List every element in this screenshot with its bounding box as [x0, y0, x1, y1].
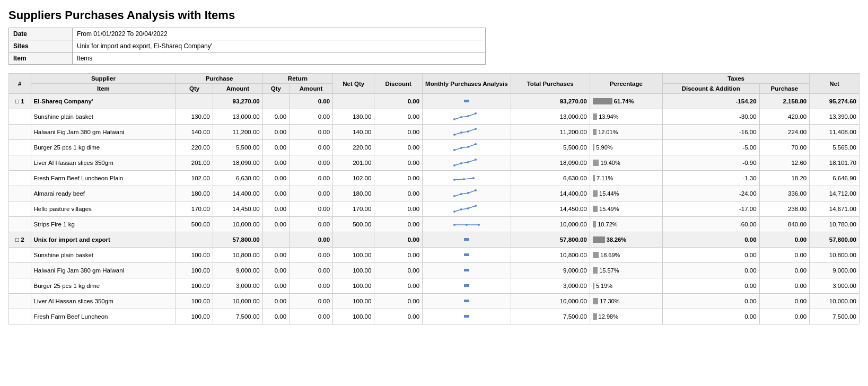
item-taxes-purchase: 0.00	[759, 294, 810, 309]
supplier-row[interactable]: □ 1El-Shareq Company'93,270.000.000.0093…	[9, 94, 860, 109]
item-taxes-discount: 0.00	[663, 278, 760, 294]
supplier-discount: 0.00	[374, 94, 423, 109]
item-percentage: 18.69%	[590, 248, 662, 263]
supplier-taxes-purchase: 2,158.80	[759, 94, 810, 109]
item-purchase-qty: 100.00	[176, 278, 213, 294]
item-return-amount: 0.00	[290, 201, 333, 217]
item-name: Halwani Fig Jam 380 gm Halwani	[31, 263, 176, 278]
item-return-qty: 0.00	[262, 294, 289, 309]
item-purchase-amount: 14,450.00	[213, 201, 262, 217]
item-net-qty: 100.00	[333, 278, 374, 294]
item-sparkline	[423, 109, 511, 125]
item-net-qty: 100.00	[333, 248, 374, 263]
item-net: 3,000.00	[810, 278, 860, 294]
item-total-purchases: 10,800.00	[511, 248, 590, 263]
item-net-qty: 102.00	[333, 171, 374, 186]
item-taxes-purchase: 840.00	[759, 217, 810, 232]
svg-point-6	[460, 131, 462, 134]
item-row: Burger 25 pcs 1 kg dime100.003,000.000.0…	[9, 278, 860, 294]
item-name: Liver Al Hassan slices 350gm	[31, 294, 176, 309]
item-return-qty: 0.00	[262, 140, 289, 155]
supplier-total-purchases: 93,270.00	[511, 94, 590, 109]
item-total-purchases: 7,500.00	[511, 309, 590, 324]
svg-rect-34	[464, 269, 469, 271]
svg-point-12	[475, 143, 477, 145]
item-total-purchases: 13,000.00	[511, 109, 590, 125]
item-num	[9, 263, 31, 278]
item-purchase-qty: 220.00	[176, 140, 213, 155]
item-name: Almarai ready beef	[31, 186, 176, 201]
item-net: 10,780.00	[810, 217, 860, 232]
item-taxes-discount: -24.00	[663, 186, 760, 201]
item-purchase-qty: 201.00	[176, 155, 213, 171]
item-total-purchases: 11,200.00	[511, 125, 590, 140]
supplier-return-qty	[262, 232, 289, 248]
item-net-qty: 100.00	[333, 309, 374, 324]
item-taxes-purchase: 12.60	[759, 155, 810, 171]
item-return-qty: 0.00	[262, 125, 289, 140]
supplier-purchase-qty	[176, 94, 213, 109]
item-taxes-purchase: 0.00	[759, 278, 810, 294]
col-total-purchases: Total Purchases	[511, 74, 590, 94]
item-total-purchases: 14,400.00	[511, 186, 590, 201]
item-taxes-purchase: 336.00	[759, 186, 810, 201]
item-return-qty: 0.00	[262, 217, 289, 232]
item-taxes-discount: -17.00	[663, 201, 760, 217]
svg-point-5	[453, 134, 455, 136]
supplier-taxes-purchase: 0.00	[759, 232, 810, 248]
item-sparkline	[423, 140, 511, 155]
main-data-table: # Supplier Purchase Return Net Qty Disco…	[8, 73, 860, 324]
col-percentage: Percentage	[590, 74, 662, 94]
supplier-id: □ 1	[9, 94, 31, 109]
item-net: 11,408.00	[810, 125, 860, 140]
svg-point-2	[460, 116, 462, 118]
supplier-name: El-Shareq Company'	[31, 94, 176, 109]
item-num	[9, 278, 31, 294]
item-taxes-discount: 0.00	[663, 309, 760, 324]
item-purchase-qty: 100.00	[176, 248, 213, 263]
supplier-sparkline	[423, 232, 511, 248]
svg-point-19	[472, 177, 475, 179]
item-taxes-purchase: 0.00	[759, 248, 810, 263]
item-num	[9, 309, 31, 324]
svg-point-4	[475, 112, 477, 115]
item-num	[9, 217, 31, 232]
item-discount: 0.00	[374, 248, 423, 263]
supplier-return-amount: 0.00	[290, 232, 333, 248]
item-purchase-qty: 100.00	[176, 263, 213, 278]
col-monthly-analysis: Monthly Purchases Analysis	[423, 74, 511, 94]
item-purchase-qty: 100.00	[176, 309, 213, 324]
svg-rect-33	[464, 253, 469, 256]
supplier-net-qty	[333, 232, 374, 248]
item-purchase-amount: 14,400.00	[213, 186, 262, 201]
item-row: Hello pasture villages170.0014,450.000.0…	[9, 201, 860, 217]
supplier-taxes-discount: 0.00	[663, 232, 760, 248]
col-purchase-qty: Qty	[176, 84, 213, 94]
col-return-amount: Amount	[290, 84, 333, 94]
item-name: Fresh Farm Beef Luncheon	[31, 309, 176, 324]
date-value: From 01/01/2022 To 20/04/2022	[73, 28, 486, 40]
item-sparkline	[423, 263, 511, 278]
item-net-qty: 500.00	[333, 217, 374, 232]
item-net: 13,390.00	[810, 109, 860, 125]
supplier-row[interactable]: □ 2Unix for import and export57,800.000.…	[9, 232, 860, 248]
item-total-purchases: 10,000.00	[511, 294, 590, 309]
item-num	[9, 201, 31, 217]
svg-point-7	[467, 130, 469, 133]
item-return-qty: 0.00	[262, 278, 289, 294]
col-hash: #	[9, 74, 31, 94]
col-net: Net	[810, 74, 860, 94]
svg-point-10	[460, 147, 462, 149]
col-return: Return	[262, 74, 332, 84]
item-net-qty: 220.00	[333, 140, 374, 155]
item-row: Burger 25 pcs 1 kg dime220.005,500.000.0…	[9, 140, 860, 155]
item-purchase-qty: 100.00	[176, 294, 213, 309]
item-net: 18,101.70	[810, 155, 860, 171]
item-taxes-discount: -1.30	[663, 171, 760, 186]
item-discount: 0.00	[374, 294, 423, 309]
item-taxes-purchase: 0.00	[759, 309, 810, 324]
sites-value: Unix for import and export, El-Shareq Co…	[73, 40, 486, 52]
svg-point-21	[460, 193, 462, 195]
item-return-amount: 0.00	[290, 171, 333, 186]
svg-point-14	[460, 162, 462, 164]
